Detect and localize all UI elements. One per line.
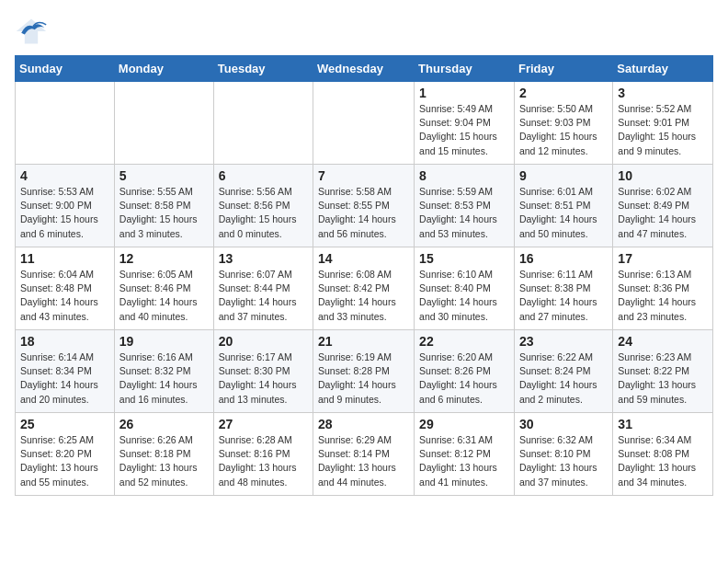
day-info: Sunrise: 5:53 AM Sunset: 9:00 PM Dayligh… bbox=[20, 185, 109, 241]
calendar-cell: 26Sunrise: 6:26 AM Sunset: 8:18 PM Dayli… bbox=[114, 413, 213, 496]
day-number: 30 bbox=[519, 417, 608, 431]
day-number: 9 bbox=[519, 168, 608, 183]
calendar-cell: 12Sunrise: 6:05 AM Sunset: 8:46 PM Dayli… bbox=[114, 247, 213, 330]
calendar-cell: 2Sunrise: 5:50 AM Sunset: 9:03 PM Daylig… bbox=[514, 82, 612, 165]
calendar-cell: 25Sunrise: 6:25 AM Sunset: 8:20 PM Dayli… bbox=[16, 413, 115, 496]
day-info: Sunrise: 5:52 AM Sunset: 9:01 PM Dayligh… bbox=[618, 102, 708, 158]
day-number: 2 bbox=[519, 86, 608, 100]
day-info: Sunrise: 5:58 AM Sunset: 8:55 PM Dayligh… bbox=[318, 185, 409, 241]
calendar-header-row: SundayMondayTuesdayWednesdayThursdayFrid… bbox=[16, 56, 713, 82]
calendar-table: SundayMondayTuesdayWednesdayThursdayFrid… bbox=[15, 55, 713, 496]
day-number: 5 bbox=[119, 168, 209, 183]
calendar-cell: 11Sunrise: 6:04 AM Sunset: 8:48 PM Dayli… bbox=[16, 247, 115, 330]
calendar-cell bbox=[213, 82, 313, 165]
logo-icon bbox=[15, 15, 48, 48]
day-number: 21 bbox=[318, 334, 409, 349]
calendar-week-row: 1Sunrise: 5:49 AM Sunset: 9:04 PM Daylig… bbox=[16, 82, 713, 165]
day-info: Sunrise: 6:08 AM Sunset: 8:42 PM Dayligh… bbox=[318, 268, 409, 324]
day-info: Sunrise: 6:23 AM Sunset: 8:22 PM Dayligh… bbox=[618, 350, 708, 407]
day-info: Sunrise: 6:10 AM Sunset: 8:40 PM Dayligh… bbox=[419, 268, 509, 324]
day-number: 11 bbox=[20, 251, 109, 266]
day-number: 15 bbox=[419, 251, 509, 266]
day-number: 18 bbox=[20, 334, 109, 349]
day-info: Sunrise: 6:34 AM Sunset: 8:08 PM Dayligh… bbox=[618, 433, 708, 489]
calendar-cell: 9Sunrise: 6:01 AM Sunset: 8:51 PM Daylig… bbox=[514, 165, 612, 247]
header-sunday: Sunday bbox=[16, 56, 115, 82]
calendar-cell: 4Sunrise: 5:53 AM Sunset: 9:00 PM Daylig… bbox=[16, 165, 115, 247]
day-number: 3 bbox=[618, 86, 708, 100]
day-info: Sunrise: 6:25 AM Sunset: 8:20 PM Dayligh… bbox=[20, 433, 109, 489]
day-info: Sunrise: 5:50 AM Sunset: 9:03 PM Dayligh… bbox=[519, 102, 608, 158]
calendar-cell: 24Sunrise: 6:23 AM Sunset: 8:22 PM Dayli… bbox=[613, 330, 713, 413]
calendar-cell: 28Sunrise: 6:29 AM Sunset: 8:14 PM Dayli… bbox=[313, 413, 415, 496]
day-info: Sunrise: 6:14 AM Sunset: 8:34 PM Dayligh… bbox=[20, 350, 109, 407]
day-info: Sunrise: 5:59 AM Sunset: 8:53 PM Dayligh… bbox=[419, 185, 509, 241]
calendar-week-row: 25Sunrise: 6:25 AM Sunset: 8:20 PM Dayli… bbox=[16, 413, 713, 496]
day-number: 27 bbox=[219, 417, 308, 431]
calendar-cell: 10Sunrise: 6:02 AM Sunset: 8:49 PM Dayli… bbox=[613, 165, 713, 247]
calendar-cell: 27Sunrise: 6:28 AM Sunset: 8:16 PM Dayli… bbox=[213, 413, 313, 496]
calendar-cell: 20Sunrise: 6:17 AM Sunset: 8:30 PM Dayli… bbox=[213, 330, 313, 413]
day-number: 29 bbox=[419, 417, 509, 431]
day-number: 13 bbox=[219, 251, 308, 266]
day-info: Sunrise: 6:31 AM Sunset: 8:12 PM Dayligh… bbox=[419, 433, 509, 489]
day-info: Sunrise: 6:13 AM Sunset: 8:36 PM Dayligh… bbox=[618, 268, 708, 324]
calendar-cell: 7Sunrise: 5:58 AM Sunset: 8:55 PM Daylig… bbox=[313, 165, 415, 247]
calendar-week-row: 18Sunrise: 6:14 AM Sunset: 8:34 PM Dayli… bbox=[16, 330, 713, 413]
calendar-cell: 3Sunrise: 5:52 AM Sunset: 9:01 PM Daylig… bbox=[613, 82, 713, 165]
day-number: 25 bbox=[20, 417, 109, 431]
day-info: Sunrise: 6:02 AM Sunset: 8:49 PM Dayligh… bbox=[618, 185, 708, 241]
day-info: Sunrise: 6:32 AM Sunset: 8:10 PM Dayligh… bbox=[519, 433, 608, 489]
calendar-cell: 5Sunrise: 5:55 AM Sunset: 8:58 PM Daylig… bbox=[114, 165, 213, 247]
day-info: Sunrise: 6:26 AM Sunset: 8:18 PM Dayligh… bbox=[119, 433, 209, 489]
day-info: Sunrise: 6:16 AM Sunset: 8:32 PM Dayligh… bbox=[119, 350, 209, 407]
day-number: 22 bbox=[419, 334, 509, 349]
calendar-cell: 21Sunrise: 6:19 AM Sunset: 8:28 PM Dayli… bbox=[313, 330, 415, 413]
day-info: Sunrise: 6:01 AM Sunset: 8:51 PM Dayligh… bbox=[519, 185, 608, 241]
calendar-week-row: 11Sunrise: 6:04 AM Sunset: 8:48 PM Dayli… bbox=[16, 247, 713, 330]
day-number: 12 bbox=[119, 251, 209, 266]
day-info: Sunrise: 6:19 AM Sunset: 8:28 PM Dayligh… bbox=[318, 350, 409, 407]
calendar-cell: 8Sunrise: 5:59 AM Sunset: 8:53 PM Daylig… bbox=[415, 165, 515, 247]
day-number: 16 bbox=[519, 251, 608, 266]
calendar-cell: 13Sunrise: 6:07 AM Sunset: 8:44 PM Dayli… bbox=[213, 247, 313, 330]
header-saturday: Saturday bbox=[613, 56, 713, 82]
day-info: Sunrise: 6:20 AM Sunset: 8:26 PM Dayligh… bbox=[419, 350, 509, 407]
day-number: 6 bbox=[219, 168, 308, 183]
day-info: Sunrise: 5:49 AM Sunset: 9:04 PM Dayligh… bbox=[419, 102, 509, 158]
day-info: Sunrise: 6:29 AM Sunset: 8:14 PM Dayligh… bbox=[318, 433, 409, 489]
day-info: Sunrise: 6:04 AM Sunset: 8:48 PM Dayligh… bbox=[20, 268, 109, 324]
header-wednesday: Wednesday bbox=[313, 56, 415, 82]
header-friday: Friday bbox=[514, 56, 612, 82]
calendar-cell: 29Sunrise: 6:31 AM Sunset: 8:12 PM Dayli… bbox=[415, 413, 515, 496]
calendar-cell: 15Sunrise: 6:10 AM Sunset: 8:40 PM Dayli… bbox=[415, 247, 515, 330]
calendar-cell: 22Sunrise: 6:20 AM Sunset: 8:26 PM Dayli… bbox=[415, 330, 515, 413]
calendar-cell: 18Sunrise: 6:14 AM Sunset: 8:34 PM Dayli… bbox=[16, 330, 115, 413]
calendar-cell: 19Sunrise: 6:16 AM Sunset: 8:32 PM Dayli… bbox=[114, 330, 213, 413]
calendar-cell: 31Sunrise: 6:34 AM Sunset: 8:08 PM Dayli… bbox=[613, 413, 713, 496]
day-number: 28 bbox=[318, 417, 409, 431]
logo bbox=[15, 15, 51, 48]
day-info: Sunrise: 5:55 AM Sunset: 8:58 PM Dayligh… bbox=[119, 185, 209, 241]
calendar-cell: 23Sunrise: 6:22 AM Sunset: 8:24 PM Dayli… bbox=[514, 330, 612, 413]
calendar-cell: 16Sunrise: 6:11 AM Sunset: 8:38 PM Dayli… bbox=[514, 247, 612, 330]
day-number: 4 bbox=[20, 168, 109, 183]
day-info: Sunrise: 6:17 AM Sunset: 8:30 PM Dayligh… bbox=[219, 350, 308, 407]
header-thursday: Thursday bbox=[415, 56, 515, 82]
day-number: 19 bbox=[119, 334, 209, 349]
day-info: Sunrise: 6:05 AM Sunset: 8:46 PM Dayligh… bbox=[119, 268, 209, 324]
day-number: 26 bbox=[119, 417, 209, 431]
calendar-cell: 17Sunrise: 6:13 AM Sunset: 8:36 PM Dayli… bbox=[613, 247, 713, 330]
day-number: 23 bbox=[519, 334, 608, 349]
day-info: Sunrise: 6:11 AM Sunset: 8:38 PM Dayligh… bbox=[519, 268, 608, 324]
day-number: 8 bbox=[419, 168, 509, 183]
calendar-week-row: 4Sunrise: 5:53 AM Sunset: 9:00 PM Daylig… bbox=[16, 165, 713, 247]
header-monday: Monday bbox=[114, 56, 213, 82]
day-info: Sunrise: 6:22 AM Sunset: 8:24 PM Dayligh… bbox=[519, 350, 608, 407]
day-number: 10 bbox=[618, 168, 708, 183]
day-number: 31 bbox=[618, 417, 708, 431]
day-number: 24 bbox=[618, 334, 708, 349]
calendar-cell bbox=[313, 82, 415, 165]
header-tuesday: Tuesday bbox=[213, 56, 313, 82]
day-info: Sunrise: 6:28 AM Sunset: 8:16 PM Dayligh… bbox=[219, 433, 308, 489]
